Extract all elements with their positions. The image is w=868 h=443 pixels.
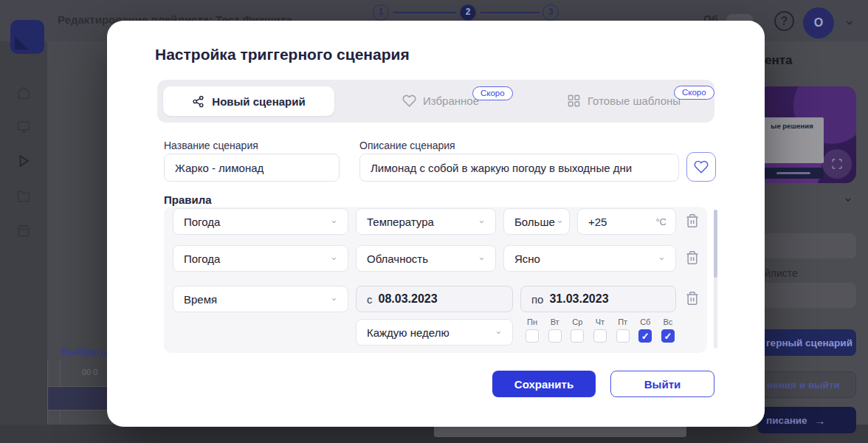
sidebar (0, 41, 47, 443)
help-icon: ? (774, 11, 794, 31)
rule1-metric-select[interactable]: Температура (356, 208, 496, 235)
chevron-down-icon (477, 255, 486, 262)
rule2-delete-button[interactable] (685, 250, 700, 266)
date-from-field[interactable]: с 08.03.2023 (356, 286, 513, 312)
rule3-param-value: Время (184, 293, 329, 306)
wizard-stepper: 1 2 3 (373, 4, 556, 21)
rules-scrollbar[interactable] (714, 210, 717, 348)
avatar-chevron-down-icon (843, 18, 856, 28)
date-from-value: 08.03.2023 (379, 292, 438, 306)
rule2-param-value: Погода (184, 253, 329, 265)
rule2-metric-select[interactable]: Облачность (356, 245, 496, 272)
trigger-scenario-button-fragment: герный сценарий (757, 329, 856, 356)
rule2-value-select[interactable]: Ясно (503, 245, 676, 272)
content-preview-heading-fragment: ента (765, 53, 793, 68)
soon-badge: Скоро (674, 86, 714, 100)
panel-chevron-down-icon (841, 194, 856, 205)
heart-icon (694, 159, 709, 174)
rule2-param-select[interactable]: Погода (173, 245, 348, 272)
preview-url-pill (763, 168, 824, 179)
save-button[interactable]: Сохранить (492, 371, 596, 397)
weekday-checkbox-group: Пн Вт Ср Чт Пт (523, 317, 678, 343)
rule2-metric-value: Облачность (367, 253, 477, 265)
chevron-down-icon (329, 219, 339, 225)
scenario-description-label: Описание сценария (359, 140, 455, 151)
weekday-checkbox[interactable] (638, 329, 652, 343)
panel-input (757, 233, 856, 258)
scenario-name-input[interactable]: Жарко - лимонад (164, 154, 340, 182)
date-to-prefix: по (531, 293, 543, 306)
app-screen: Редактирование плейлиста: Тест Фикшита 1… (0, 0, 868, 443)
heart-icon (402, 94, 416, 108)
arrow-right-icon: → (815, 414, 826, 427)
scenario-description-input[interactable]: Лимонад с собой в жаркую погоду в выходн… (359, 154, 679, 182)
home-icon (17, 86, 30, 100)
step-1: 1 (373, 4, 389, 21)
tab-favorites[interactable]: Избранное (402, 94, 479, 108)
user-avatar: O (803, 7, 834, 38)
tab-new-scenario[interactable]: Новый сценарий (163, 86, 334, 116)
weekday-checkbox[interactable] (593, 329, 607, 343)
rule1-value: +25 (588, 216, 655, 228)
chevron-down-icon (555, 219, 565, 225)
step-2-active: 2 (460, 4, 476, 21)
weekday-label: Пн (523, 317, 542, 326)
grid-icon (567, 94, 581, 108)
weekday-checkbox[interactable] (571, 329, 584, 343)
repeat-select[interactable]: Каждую неделю (356, 319, 513, 346)
chevron-down-icon (477, 219, 486, 225)
date-to-value: 31.03.2023 (549, 292, 608, 306)
tab-templates-label: Готовые шаблоны (588, 95, 681, 107)
weekday-tue[interactable]: Вт (545, 317, 565, 343)
content-preview-card: ые решения (757, 86, 856, 183)
calendar-icon (17, 224, 30, 237)
rule1-param-value: Погода (184, 216, 329, 228)
weekday-fri[interactable]: Пт (613, 317, 633, 343)
rule1-value-input[interactable]: +25 °C (577, 208, 676, 235)
schedule-button-fragment: писание → (757, 407, 856, 433)
rule1-param-select[interactable]: Погода (173, 208, 348, 235)
trigger-scenario-modal: Настройка триггерного сценария Новый сце… (107, 21, 765, 427)
step-connector (393, 12, 456, 13)
scrollbar-thumb[interactable] (714, 210, 717, 278)
scenario-tabbar: Новый сценарий Избранное Скоро Готовые ш… (157, 80, 714, 123)
weekday-sun[interactable]: Вс (658, 317, 678, 343)
weekday-label: Ср (568, 317, 587, 326)
date-to-field[interactable]: по 31.03.2023 (520, 286, 676, 312)
weekday-checkbox[interactable] (616, 329, 630, 343)
step-3: 3 (542, 4, 559, 21)
selected-row (48, 386, 108, 411)
rule3-param-select[interactable]: Время (173, 286, 348, 312)
save-and-exit-button-fragment: нения и выйти (757, 371, 856, 398)
weekday-checkbox[interactable] (548, 329, 562, 343)
preview-caption-fragment: ые решения (760, 117, 824, 163)
playlist-count-label-fragment: йлисте (765, 267, 798, 279)
weekday-label: Вс (658, 317, 678, 326)
exit-button[interactable]: Выйти (610, 371, 714, 397)
schedule-button-label: писание (766, 415, 807, 426)
folder-icon (17, 190, 30, 203)
favorite-heart-button[interactable] (686, 152, 716, 182)
weekday-label: Сб (636, 317, 655, 326)
rule1-delete-button[interactable] (685, 213, 700, 229)
chevron-down-icon (329, 255, 339, 262)
panel-input (757, 283, 856, 308)
tab-templates[interactable]: Готовые шаблоны (567, 94, 681, 108)
rule1-operator-value: Больше (514, 216, 555, 228)
trash-icon (685, 290, 700, 306)
weekday-checkbox[interactable] (526, 329, 539, 343)
weekday-checkbox[interactable] (661, 329, 675, 343)
step-connector (480, 12, 540, 13)
weekday-wed[interactable]: Ср (568, 317, 587, 343)
weekday-sat[interactable]: Сб (636, 317, 655, 343)
rules-panel: Погода Температура Больше +25 °C Погода (164, 207, 707, 353)
date-from-prefix: с (367, 293, 373, 306)
rule1-operator-select[interactable]: Больше (503, 208, 570, 235)
weekday-thu[interactable]: Чт (590, 317, 610, 343)
playlists-icon (17, 154, 30, 168)
weekday-mon[interactable]: Пн (523, 317, 542, 343)
rule3-delete-button[interactable] (685, 290, 700, 306)
tab-new-scenario-label: Новый сценарий (212, 95, 305, 108)
rule1-unit: °C (655, 216, 666, 227)
rule1-metric-value: Температура (367, 216, 477, 228)
